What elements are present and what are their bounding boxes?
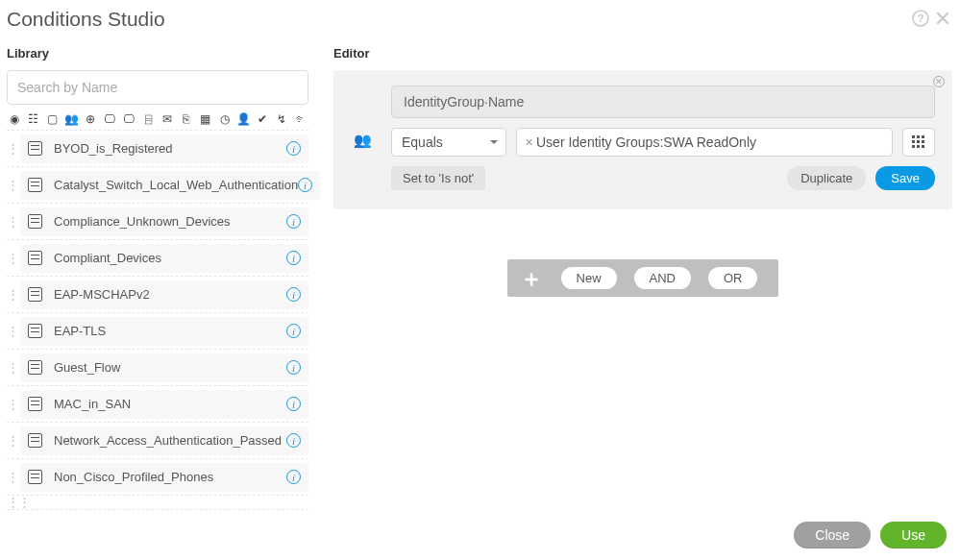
editor-panel: ✕ 👥 IdentityGroup·Name Equals ✕ User Ide… [333, 70, 952, 209]
item-label: BYOD_is_Registered [54, 141, 173, 156]
drag-handle-icon[interactable]: ⋮⋮ [7, 293, 16, 297]
add-condition-bar: ＋ New AND OR [507, 259, 779, 297]
condition-icon [28, 397, 42, 411]
key-icon[interactable]: ↯ [274, 112, 289, 126]
list-item[interactable]: ⋮⋮ Network_Access_Authentication_Passed … [7, 422, 308, 458]
info-icon[interactable]: i [298, 178, 312, 192]
list-item[interactable]: ⋮⋮ Catalyst_Switch_Local_Web_Authenticat… [7, 166, 308, 203]
drag-handle-icon[interactable]: ⋮⋮ [7, 439, 16, 443]
list-item[interactable]: ⋮⋮ EAP-MSCHAPv2 i [7, 276, 308, 312]
info-icon[interactable]: i [286, 141, 301, 156]
info-icon[interactable]: i [286, 360, 301, 375]
svg-rect-7 [922, 140, 924, 143]
info-icon[interactable]: i [286, 397, 301, 411]
doc-icon[interactable]: ⎘ [179, 112, 194, 126]
item-label: EAP-TLS [54, 324, 106, 338]
drag-handle-icon[interactable]: ⋮⋮ [7, 475, 16, 479]
attribute-field[interactable]: IdentityGroup·Name [391, 85, 935, 118]
drag-handle-icon[interactable]: ⋮⋮ [7, 329, 16, 333]
tree-icon[interactable]: ⌸ [140, 112, 156, 126]
drag-handle-icon[interactable]: ⋮⋮ [7, 500, 16, 504]
drag-handle-icon[interactable]: ⋮⋮ [7, 147, 16, 151]
group-icon[interactable]: 👥 [64, 112, 80, 126]
drag-handle-icon[interactable]: ⋮⋮ [7, 183, 16, 187]
and-button[interactable]: AND [634, 267, 691, 289]
condition-icon [28, 214, 42, 229]
list-item[interactable]: ⋮⋮ [7, 495, 308, 510]
pin-icon[interactable]: ◉ [7, 112, 22, 126]
condition-icon [28, 360, 42, 375]
new-button[interactable]: New [561, 267, 617, 289]
plus-icon[interactable]: ＋ [519, 269, 544, 288]
info-icon[interactable]: i [286, 324, 301, 338]
drag-handle-icon[interactable]: ⋮⋮ [7, 402, 16, 406]
item-label: MAC_in_SAN [54, 397, 131, 411]
list-item[interactable]: ⋮⋮ EAP-TLS i [7, 312, 308, 349]
help-icon[interactable]: ? [912, 10, 929, 30]
list-icon[interactable]: ☷ [26, 112, 41, 126]
identity-group-icon: 👥 [354, 132, 372, 149]
item-label: Guest_Flow [54, 360, 120, 375]
value-text: User Identity Groups:SWA ReadOnly [536, 134, 756, 150]
check-icon[interactable]: ✔ [255, 112, 270, 126]
condition-icon [28, 470, 42, 484]
info-icon[interactable]: i [286, 470, 301, 484]
condition-icon [28, 324, 42, 338]
use-button[interactable]: Use [880, 522, 947, 548]
close-button[interactable]: Close [794, 522, 871, 548]
drag-handle-icon[interactable]: ⋮⋮ [7, 220, 16, 224]
drag-handle-icon[interactable]: ⋮⋮ [7, 256, 16, 260]
item-label: EAP-MSCHAPv2 [54, 287, 150, 302]
grid-icon[interactable]: ▦ [198, 112, 213, 126]
wifi-icon[interactable]: ᯤ [293, 112, 308, 126]
svg-text:?: ? [918, 12, 924, 24]
editor-label: Editor [333, 46, 952, 61]
or-button[interactable]: OR [708, 267, 758, 289]
list-item[interactable]: ⋮⋮ Compliance_Unknown_Devices i [7, 203, 308, 239]
item-label: Catalyst_Switch_Local_Web_Authentication [54, 178, 298, 192]
clear-value-icon[interactable]: ✕ [525, 136, 533, 149]
set-isnot-button[interactable]: Set to 'Is not' [391, 166, 485, 190]
info-icon[interactable]: i [286, 251, 301, 265]
value-field[interactable]: ✕ User Identity Groups:SWA ReadOnly [516, 128, 893, 157]
svg-rect-6 [917, 140, 920, 143]
search-input[interactable] [8, 71, 308, 104]
laptop-icon[interactable]: 🖵 [102, 112, 117, 126]
close-icon[interactable] [935, 11, 950, 29]
list-item[interactable]: ⋮⋮ Compliant_Devices i [7, 239, 308, 276]
condition-icon [28, 141, 42, 156]
svg-rect-5 [912, 140, 915, 143]
operator-select[interactable]: Equals [391, 128, 506, 157]
clock-icon[interactable]: ◷ [217, 112, 233, 126]
duplicate-button[interactable]: Duplicate [787, 166, 866, 190]
info-icon[interactable]: i [286, 433, 301, 448]
filter-icon-row: ◉ ☷ ▢ 👥 ⊕ 🖵 🖵 ⌸ ✉ ⎘ ▦ ◷ 👤 ✔ ↯ ᯤ [7, 112, 308, 126]
item-label: Compliant_Devices [54, 251, 161, 265]
svg-rect-10 [922, 145, 924, 148]
value-picker-button[interactable] [902, 128, 935, 157]
svg-rect-8 [912, 145, 915, 148]
list-item[interactable]: ⋮⋮ Non_Cisco_Profiled_Phones i [7, 458, 308, 495]
mail-icon[interactable]: ✉ [160, 112, 175, 126]
save-button[interactable]: Save [875, 166, 935, 190]
info-icon[interactable]: i [286, 214, 301, 229]
list-item[interactable]: ⋮⋮ BYOD_is_Registered i [7, 130, 308, 166]
item-label: Network_Access_Authentication_Passed [54, 433, 282, 448]
condition-icon [28, 433, 42, 448]
condition-close-icon[interactable]: ✕ [933, 76, 945, 87]
condition-icon [28, 287, 42, 302]
list-item[interactable]: ⋮⋮ Guest_Flow i [7, 349, 308, 385]
info-icon[interactable]: i [286, 287, 301, 302]
desktop-icon[interactable]: 🖵 [121, 112, 136, 126]
drag-handle-icon[interactable]: ⋮⋮ [7, 366, 16, 370]
user-icon[interactable]: 👤 [236, 112, 252, 126]
page-title: Conditions Studio [7, 8, 165, 31]
list-item[interactable]: ⋮⋮ MAC_in_SAN i [7, 385, 308, 422]
svg-rect-4 [922, 135, 924, 138]
svg-rect-9 [917, 145, 920, 148]
svg-rect-2 [912, 135, 915, 138]
search-input-wrap [7, 70, 308, 105]
monitor-icon[interactable]: ▢ [45, 112, 61, 126]
item-label: Non_Cisco_Profiled_Phones [54, 470, 213, 484]
globe-icon[interactable]: ⊕ [84, 112, 99, 126]
